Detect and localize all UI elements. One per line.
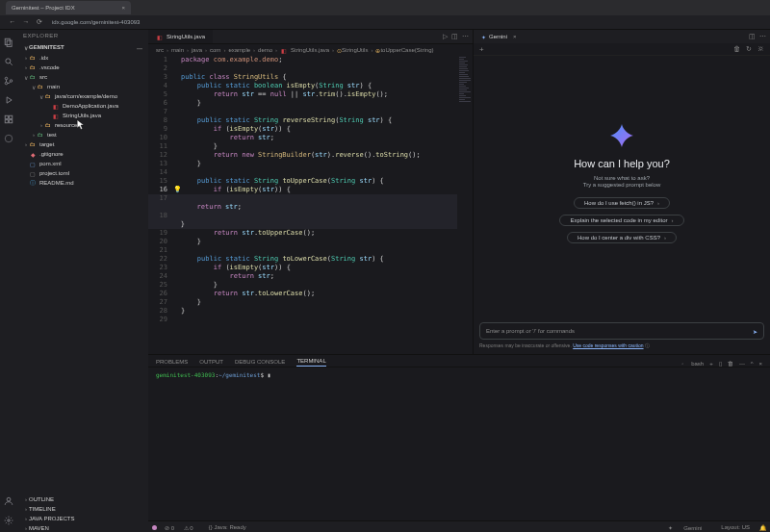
code-area[interactable]: 1package com.example.demo;23public class… [148,56,473,354]
split-icon[interactable]: ◫ [749,33,756,40]
main-area: ◧StringUtils.java ▷ ◫ ⋯ src› main› java›… [148,30,770,532]
maximize-icon[interactable]: ^ [751,361,754,367]
close-panel-icon[interactable]: × [758,361,762,367]
section-maven[interactable]: ›MAVEN [17,523,148,532]
browser-tab[interactable]: Geminitest – Project IDX × [6,1,131,14]
section-timeline[interactable]: ›TIMELINE [17,504,148,514]
explorer-icon[interactable] [2,36,15,49]
back-icon[interactable]: ← [8,17,17,27]
minimap[interactable] [457,56,473,354]
url-text: idx.google.com/geminitest-403093 [52,19,140,25]
editor-tabs: ◧StringUtils.java ▷ ◫ ⋯ [148,30,473,44]
tree-folder-vscode[interactable]: ›🗀.vscode [21,63,148,72]
tab-label: StringUtils.java [167,34,205,39]
svg-rect-8 [5,115,8,118]
settings-icon[interactable]: ⛭ [757,45,764,53]
status-gemini[interactable]: ✦ Gemini [668,524,703,531]
trash-icon[interactable]: 🗑 [733,45,740,53]
browser-tab-title: Geminitest – Project IDX [12,5,75,11]
send-icon[interactable]: ➤ [753,328,757,335]
gemini-subtitle: Not sure what to ask? [594,175,650,181]
kill-terminal-icon[interactable]: 🗑 [728,361,733,367]
new-terminal-icon[interactable]: + [709,361,713,367]
svg-point-14 [8,519,11,522]
editor-tab-actions: ▷ ◫ ⋯ [439,33,473,40]
tree-folder-main[interactable]: ∨🗀main [21,82,148,91]
panel-tabs: PROBLEMS OUTPUT DEBUG CONSOLE TERMINAL ◦… [148,355,770,367]
tree-folder-target[interactable]: ›🗀target [21,139,148,149]
gemini-welcome: How can I help you? Not sure what to ask… [474,56,770,317]
terminal-shell-label[interactable]: ◦ bash [681,361,704,367]
more-icon[interactable]: ⋯ [462,33,469,40]
suggestion-pill-1[interactable]: How do I use fetch() in JS?› [574,197,670,209]
tree-file-projecttoml[interactable]: ▢project.toml [27,168,148,178]
tree-file-readme[interactable]: ⓘREADME.md [27,178,148,188]
gemini-prompt-input[interactable]: Enter a prompt or '/' for commands ➤ [479,322,764,340]
new-chat-icon[interactable]: + [479,45,484,54]
more-icon[interactable]: ⋯ [759,33,766,40]
activity-bar [0,30,17,532]
svg-point-12 [5,135,13,142]
svg-point-13 [7,497,11,501]
svg-point-6 [10,80,13,83]
terminal-body[interactable]: geminitest-403093:~/geminitest$ ▮ [148,367,770,520]
breadcrumb[interactable]: src› main› java› com› example› demo› ◧St… [148,44,473,56]
status-java[interactable]: {} Java: Ready [209,524,254,530]
split-terminal-icon[interactable]: ▯ [719,360,722,367]
tree-folder-resources[interactable]: ›🗀resources [21,120,148,130]
tree-folder-test[interactable]: ›🗀test [21,130,148,139]
suggestion-pill-2[interactable]: Explain the selected code in my editor› [559,215,683,226]
close-icon[interactable]: × [121,5,125,11]
suggestion-pill-3[interactable]: How do I center a div with CSS?› [567,232,677,243]
panel-actions: ◦ bash + ▯ 🗑 ⋯ ^ × [676,360,762,367]
section-javaprojects[interactable]: ›JAVA PROJECTS [17,514,148,523]
tab-stringutils[interactable]: ◧StringUtils.java [148,30,213,43]
tree-folder-pkg[interactable]: ∨🗀java/com/example/demo [21,91,148,101]
project-header[interactable]: ∨GEMINITEST ⋯ [17,41,148,53]
close-icon[interactable]: × [513,34,517,39]
forward-icon[interactable]: → [21,17,31,27]
svg-rect-0 [5,38,10,44]
explorer-sidebar: EXPLORER ∨GEMINITEST ⋯ ›🗀.idx ›🗀.vscode … [17,30,148,532]
status-bell-icon[interactable]: 🔔 [759,524,766,531]
svg-rect-10 [5,120,8,123]
split-icon[interactable]: ◫ [451,33,458,40]
debug-icon[interactable] [2,93,15,107]
tree-file-pom[interactable]: ▢pom.xml [27,159,148,168]
tree-folder-idx[interactable]: ›🗀.idx [21,53,148,63]
url-bar[interactable]: idx.google.com/geminitest-403093 [52,19,140,25]
tab-terminal[interactable]: TERMINAL [296,358,325,367]
project-actions[interactable]: ⋯ [137,44,142,51]
tree-file-demoapp[interactable]: ◧DemoApplication.java [27,101,148,111]
refresh-icon[interactable]: ↻ [746,45,752,53]
status-layout[interactable]: Layout: US [711,524,750,530]
status-errors[interactable]: ⊘ 0 ⚠ 0 [165,524,201,531]
disclaimer-link[interactable]: Use code responses with caution [573,342,643,348]
search-icon[interactable] [2,55,15,68]
reload-icon[interactable]: ⟳ [35,17,44,27]
bottom-panel: PROBLEMS OUTPUT DEBUG CONSOLE TERMINAL ◦… [148,355,770,520]
extensions-icon[interactable] [2,113,15,126]
tree-folder-src[interactable]: ∨🗀src [21,72,148,82]
more-icon[interactable]: ⋯ [739,360,745,367]
project-name: GEMINITEST [29,44,64,50]
source-control-icon[interactable] [2,74,15,88]
tab-problems[interactable]: PROBLEMS [156,359,188,367]
tab-gemini[interactable]: ✦ Gemini × [474,30,525,43]
status-dot[interactable] [152,525,157,530]
tree-file-gitignore[interactable]: ◆.gitignore [27,149,148,159]
svg-rect-1 [7,40,12,46]
gemini-logo-icon [609,123,634,148]
browser-toolbar: ← → ⟳ idx.google.com/geminitest-403093 [0,15,770,30]
tab-debugconsole[interactable]: DEBUG CONSOLE [235,359,285,367]
info-icon[interactable]: ⓘ [645,342,650,348]
tab-output[interactable]: OUTPUT [199,359,223,367]
run-icon[interactable]: ▷ [443,33,448,40]
account-icon[interactable] [2,494,15,508]
tree-file-stringutils[interactable]: ◧StringUtils.java [27,111,148,120]
gemini-tab-actions: ◫ ⋯ [745,33,770,40]
gear-icon[interactable] [2,514,15,527]
ide-root: EXPLORER ∨GEMINITEST ⋯ ›🗀.idx ›🗀.vscode … [0,30,770,532]
idx-icon[interactable] [2,132,15,145]
section-outline[interactable]: ›OUTLINE [17,494,148,504]
